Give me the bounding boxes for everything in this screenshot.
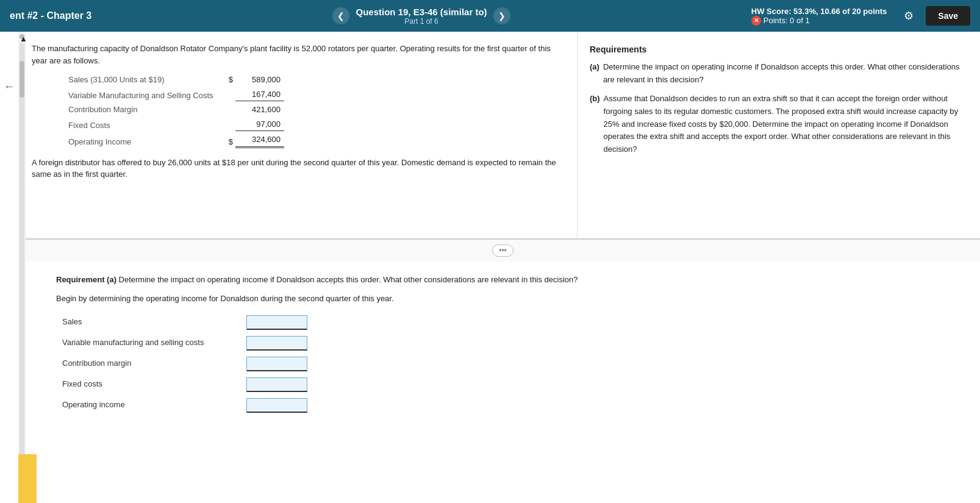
prev-button[interactable]: ❮ [332, 7, 349, 24]
form-row-contribution: Contribution margin [62, 357, 962, 371]
table-row: Fixed Costs 97,000 [68, 118, 565, 132]
fixed-costs-input[interactable] [246, 377, 307, 392]
contribution-margin-input[interactable] [246, 357, 307, 371]
sales-input[interactable] [246, 315, 307, 330]
expand-dots-button[interactable]: ••• [492, 244, 513, 257]
question-subtitle: Part 1 of 6 [356, 17, 487, 26]
operating-income-input[interactable] [246, 398, 307, 413]
row-amount-fc: 97,000 [235, 118, 284, 132]
row-label-variable: Variable Manufacturing and Selling Costs [68, 90, 227, 102]
top-section: The manufacturing capacity of Donaldson … [26, 32, 980, 239]
financial-table: Sales (31,000 Units at $19) $ 589,000 Va… [68, 74, 565, 148]
scrollbar-track [20, 43, 24, 493]
table-row: Sales (31,000 Units at $19) $ 589,000 [68, 74, 565, 86]
points-label: Points: 0 of 1 [764, 16, 810, 25]
question-title: Question 19, E3-46 (similar to) [356, 7, 487, 17]
row-label-sales: Sales (31,000 Units at $19) [68, 74, 227, 86]
row-amount-sales: 589,000 [235, 74, 284, 86]
header-center: ❮ Question 19, E3-46 (similar to) Part 1… [99, 7, 744, 26]
scrollbar-thumb[interactable] [20, 61, 24, 98]
variable-costs-input[interactable] [246, 336, 307, 351]
input-form: Sales Variable manufacturing and selling… [62, 315, 962, 413]
form-label-fixed-costs: Fixed costs [62, 378, 239, 391]
header: ent #2 - Chapter 3 ❮ Question 19, E3-46 … [0, 0, 980, 32]
form-label-sales: Sales [62, 316, 239, 329]
table-row: Operating Income $ 324,600 [68, 134, 565, 148]
main-content: ← ▲ ▼ The manufacturing capacity of Dona… [0, 32, 980, 503]
next-button[interactable]: ❯ [493, 7, 510, 24]
foreign-text: A foreign distributor has offered to buy… [32, 157, 565, 180]
req-b-text: Assume that Donaldson decides to run an … [604, 93, 968, 156]
score-info: HW Score: 53.3%, 10.66 of 20 points ✕ Po… [751, 7, 887, 26]
points-info: ✕ Points: 0 of 1 [751, 16, 887, 26]
form-row-fixed-costs: Fixed costs [62, 377, 962, 392]
form-label-operating-income: Operating income [62, 399, 239, 412]
row-dollar-oi: $ [227, 136, 235, 148]
scroll-up-arrow[interactable]: ▲ [20, 34, 24, 39]
save-button[interactable]: Save [926, 6, 970, 26]
form-label-variable: Variable manufacturing and selling costs [62, 337, 239, 349]
question-left: The manufacturing capacity of Donaldson … [26, 32, 578, 238]
row-dollar-sales: $ [227, 74, 235, 86]
table-row: Contribution Margin 421,600 [68, 104, 565, 116]
form-row-sales: Sales [62, 315, 962, 330]
req-a-text: Determine the impact on operating income… [603, 61, 968, 87]
page-title: ent #2 - Chapter 3 [10, 10, 91, 21]
form-label-contribution: Contribution margin [62, 357, 239, 370]
left-panel: ← [0, 32, 18, 503]
req-a-heading-text: Determine the impact on operating income… [116, 275, 578, 284]
sub-heading: Begin by determining the operating incom… [56, 293, 962, 305]
req-a-label: (a) [590, 61, 599, 87]
row-label-fc: Fixed Costs [68, 120, 227, 132]
form-row-operating-income: Operating income [62, 398, 962, 413]
row-label-cm: Contribution Margin [68, 104, 227, 116]
req-a-bold: Requirement (a) [56, 275, 116, 284]
settings-button[interactable]: ⚙ [904, 9, 914, 23]
form-row-variable: Variable manufacturing and selling costs [62, 336, 962, 351]
x-icon: ✕ [751, 16, 761, 26]
req-b-label: (b) [590, 93, 600, 156]
requirement-b-item: (b) Assume that Donaldson decides to run… [590, 93, 968, 156]
question-info: Question 19, E3-46 (similar to) Part 1 o… [356, 7, 487, 26]
row-label-oi: Operating Income [68, 136, 227, 148]
divider-row: ••• [26, 239, 980, 262]
scroll-track: ▲ ▼ [18, 32, 26, 503]
requirements-title: Requirements [590, 43, 968, 56]
row-amount-variable: 167,400 [235, 88, 284, 102]
requirement-a-item: (a) Determine the impact on operating in… [590, 61, 968, 87]
row-amount-oi: 324,600 [235, 134, 284, 148]
question-right: Requirements (a) Determine the impact on… [578, 32, 980, 238]
hw-score: HW Score: 53.3%, 10.66 of 20 points [751, 7, 887, 16]
yellow-sidebar [18, 454, 37, 503]
collapse-button[interactable]: ← [4, 80, 15, 93]
req-a-heading: Requirement (a) Determine the impact on … [56, 274, 962, 287]
row-amount-cm: 421,600 [235, 104, 284, 116]
intro-text: The manufacturing capacity of Donaldson … [32, 43, 565, 66]
bottom-section: Requirement (a) Determine the impact on … [26, 262, 980, 437]
table-row: Variable Manufacturing and Selling Costs… [68, 88, 565, 102]
content-area: The manufacturing capacity of Donaldson … [26, 32, 980, 503]
